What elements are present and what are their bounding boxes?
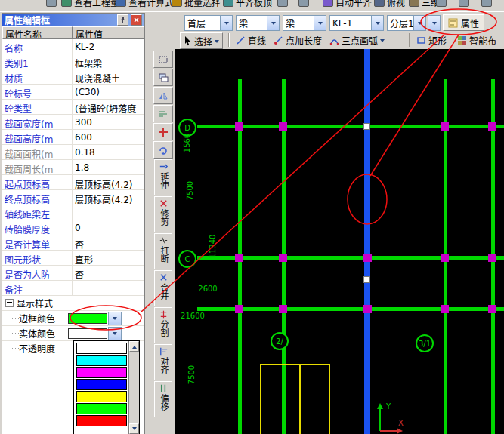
property-value[interactable]: 框架梁 xyxy=(73,54,144,69)
toolbar-icon-button[interactable] xyxy=(434,0,449,10)
toolbar-icon-button[interactable] xyxy=(479,0,494,10)
axis-bubble[interactable]: 3/1 xyxy=(416,334,434,352)
toolbar-icon-button[interactable] xyxy=(296,0,311,10)
column[interactable] xyxy=(488,305,496,313)
property-value[interactable]: 0.18 xyxy=(73,145,144,159)
type-combo[interactable]: 梁 xyxy=(283,15,326,31)
color-option[interactable] xyxy=(76,367,127,378)
property-value[interactable]: 300 xyxy=(73,115,144,129)
column[interactable] xyxy=(488,122,496,131)
column[interactable] xyxy=(441,254,449,262)
layer-combo[interactable]: 分层1 xyxy=(387,15,426,31)
column[interactable] xyxy=(363,305,372,313)
side-move-button[interactable] xyxy=(153,123,173,140)
chevron-down-icon[interactable] xyxy=(267,16,279,30)
side-tool-extend-button[interactable]: 延伸 xyxy=(154,159,172,195)
color-option[interactable] xyxy=(76,343,127,354)
collapse-icon[interactable] xyxy=(5,299,14,307)
chevron-down-icon[interactable] xyxy=(413,16,425,30)
property-value[interactable] xyxy=(73,205,144,220)
drawing-canvas[interactable]: D C 2/ 3/1 1560 7500 11340 2600 21600 75… xyxy=(175,49,504,434)
three-point-arc-button[interactable]: 三点画弧 xyxy=(326,32,388,48)
side-tool-trim-button[interactable]: 修剪 xyxy=(154,196,172,232)
selection-grip[interactable] xyxy=(363,276,370,283)
property-value[interactable]: 否 xyxy=(73,235,144,250)
border-color-dropdown[interactable] xyxy=(108,312,122,325)
property-value[interactable]: 1.8 xyxy=(73,160,144,174)
chevron-down-icon[interactable] xyxy=(314,16,326,30)
axis-bubble[interactable]: C xyxy=(178,250,196,268)
column[interactable] xyxy=(441,122,449,131)
side-mirror-button[interactable] xyxy=(153,87,173,104)
property-value[interactable]: (普通砼(坍落度 xyxy=(73,100,144,114)
rectangle-button[interactable]: 矩形 xyxy=(413,32,450,48)
top-toolbar-batch-select-button[interactable]: 批量选择 xyxy=(169,0,223,10)
smart-layout-button[interactable]: 智能布 xyxy=(454,32,499,48)
top-toolbar-view-quantity-button[interactable]: 查看工程量 xyxy=(59,0,122,10)
side-stretch-button[interactable] xyxy=(153,105,173,122)
point-length-button[interactable]: 点加长度 xyxy=(271,32,325,48)
property-value[interactable]: 0 xyxy=(73,220,144,235)
top-toolbar-view-formula-button[interactable]: 查看计算式 xyxy=(113,0,176,10)
axis-bubble[interactable]: 2/ xyxy=(271,332,289,350)
column[interactable] xyxy=(279,122,287,131)
toolbar-icon-button[interactable] xyxy=(275,0,290,10)
border-color-row[interactable]: 边框颜色 xyxy=(2,311,144,326)
aux-line[interactable] xyxy=(329,364,330,434)
property-value[interactable] xyxy=(73,281,144,295)
chevron-down-icon[interactable] xyxy=(215,40,219,45)
solid-color-row[interactable]: 实体颜色 xyxy=(2,326,144,341)
chevron-down-icon[interactable] xyxy=(220,16,232,30)
property-value[interactable]: 否 xyxy=(73,266,144,280)
side-tool-align-button[interactable]: 对齐 xyxy=(154,344,172,380)
chevron-down-icon[interactable] xyxy=(380,39,385,45)
side-tool-merge-button[interactable]: 合并 xyxy=(154,270,172,306)
border-color-swatch[interactable] xyxy=(68,313,107,324)
column[interactable] xyxy=(279,305,287,313)
side-tool-split-button[interactable]: 分割 xyxy=(154,307,172,343)
toolbar-icon-button[interactable] xyxy=(456,0,472,10)
top-toolbar-top-view-button[interactable]: 俯视 xyxy=(372,0,407,10)
column[interactable] xyxy=(235,254,243,262)
column[interactable] xyxy=(363,254,372,262)
select-button[interactable]: 选择 xyxy=(180,32,223,49)
side-select-window-button[interactable] xyxy=(153,51,173,68)
property-value[interactable]: 现浇混凝土 xyxy=(73,69,144,84)
property-value[interactable]: KL-2 xyxy=(73,39,144,54)
side-tool-offset-button[interactable]: 偏移 xyxy=(154,381,172,417)
column[interactable] xyxy=(235,305,243,313)
selection-grip[interactable] xyxy=(363,123,370,130)
side-rotate-button[interactable] xyxy=(153,141,173,159)
close-icon[interactable] xyxy=(131,14,142,26)
column[interactable] xyxy=(441,305,449,313)
properties-button[interactable]: 属性 xyxy=(443,14,484,31)
top-toolbar-auto-align-button[interactable]: 自动平齐 xyxy=(320,0,374,10)
dropdown-scrollbar[interactable] xyxy=(128,341,139,434)
side-tool-break-button[interactable]: 打断 xyxy=(154,233,172,269)
pin-icon[interactable] xyxy=(117,14,128,26)
scroll-down-icon[interactable] xyxy=(129,423,139,434)
panel-titlebar[interactable]: 属性编辑框 xyxy=(2,14,144,26)
property-value[interactable]: 600 xyxy=(73,130,144,144)
color-option[interactable] xyxy=(76,403,127,414)
display-style-group-row[interactable]: 显示样式 xyxy=(2,296,144,311)
color-option[interactable] xyxy=(76,391,127,402)
element-combo[interactable]: KL-1 xyxy=(329,15,384,31)
chevron-down-icon[interactable] xyxy=(371,16,383,30)
line-button[interactable]: 直线 xyxy=(233,32,269,48)
property-value[interactable]: (C30) xyxy=(73,85,144,99)
aux-line[interactable] xyxy=(260,364,330,365)
column[interactable] xyxy=(235,122,243,131)
property-value[interactable]: 层顶标高(4.2) xyxy=(73,175,144,189)
color-option[interactable] xyxy=(76,415,127,426)
color-option[interactable] xyxy=(76,379,127,390)
aux-line[interactable] xyxy=(299,364,301,434)
solid-color-dropdown[interactable] xyxy=(108,327,122,340)
column[interactable] xyxy=(488,254,496,262)
top-toolbar-align-slab-top-button[interactable]: 平齐板顶 xyxy=(221,0,274,10)
solid-color-swatch[interactable] xyxy=(68,328,107,339)
side-zoom-window-button[interactable] xyxy=(153,69,173,86)
aux-line[interactable] xyxy=(260,364,261,434)
more-options-dropdown[interactable] xyxy=(428,15,441,31)
property-value[interactable]: 层顶标高(4.2) xyxy=(73,190,144,205)
